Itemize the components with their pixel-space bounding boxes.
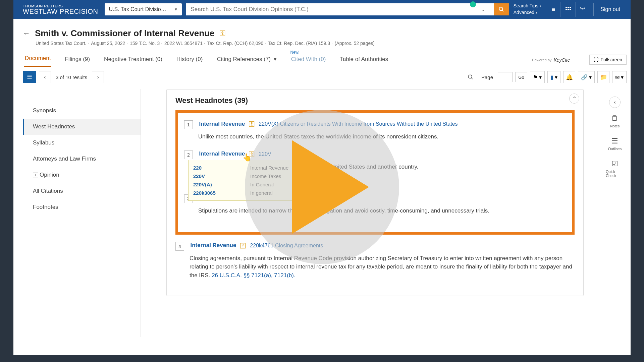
top-links: Search Tips › Advanced › [514, 3, 541, 16]
link-dropdown[interactable]: 🔗▾ [578, 71, 595, 83]
search-dropdown-caret[interactable]: ⌄ [477, 7, 489, 12]
document-tabs: Document Filings (9) Negative Treatment … [23, 55, 627, 67]
folder-icon[interactable]: 📁 [597, 71, 609, 83]
notes-icon: 🗒 [611, 114, 619, 123]
history-icon[interactable]: ≡ [546, 2, 560, 17]
meta-vol: 159 T.C. No. 3 [130, 41, 162, 46]
jurisdiction-label: U.S. Tax Court Divisio… [109, 6, 166, 12]
caret-down-icon: ▾ [621, 74, 624, 80]
advanced-link[interactable]: Advanced › [514, 9, 541, 16]
svg-point-8 [468, 75, 472, 78]
svg-point-0 [499, 7, 503, 11]
nav-syllabus[interactable]: Syllabus [23, 135, 141, 151]
nav-all-citations[interactable]: All Citations [23, 183, 141, 199]
tooltip-code[interactable]: 220V [193, 172, 250, 180]
nav-attorneys[interactable]: Attorneys and Law Firms [23, 151, 141, 167]
tab-history[interactable]: History (0) [176, 56, 203, 67]
hn-number[interactable]: 1 [184, 120, 193, 129]
tab-table-of-authorities[interactable]: Table of Authorities [339, 56, 389, 67]
nav-footnotes[interactable]: Footnotes [23, 199, 141, 215]
nav-synopsis[interactable]: Synopsis [23, 103, 141, 119]
expand-icon[interactable]: + [33, 173, 38, 178]
meta-date: August 25, 2022 [91, 41, 128, 46]
svg-rect-2 [566, 7, 567, 8]
meta-ria: Tax Ct. Rep. Dec. (RIA) 159.3 [268, 41, 333, 46]
hn-number[interactable]: 4 [175, 242, 184, 251]
back-arrow-icon[interactable]: ← [23, 29, 30, 38]
svg-line-9 [471, 78, 473, 79]
tooltip-code[interactable]: 220V(A) [193, 180, 250, 189]
apps-icon[interactable] [560, 2, 575, 17]
tab-filings[interactable]: Filings (9) [64, 56, 91, 67]
tab-cited-with[interactable]: New! Cited With (0) [290, 56, 326, 67]
top-icons: ≡ ︾ [546, 2, 590, 17]
page-input[interactable] [498, 72, 513, 82]
case-meta: United States Tax Court. August 25, 2022… [36, 41, 627, 46]
play-circle [245, 110, 399, 264]
top-bar: THOMSON REUTERS WESTLAW PRECISION U.S. T… [13, 0, 631, 19]
svg-rect-5 [566, 9, 567, 10]
search-container: ⌄ [186, 3, 494, 15]
prev-result-button[interactable]: ‹ [39, 71, 51, 83]
nav-opinion[interactable]: +Opinion [23, 167, 141, 183]
list-toggle-button[interactable]: ☰ [23, 71, 36, 83]
fullscreen-icon: ⛶ [594, 57, 598, 62]
left-nav: Synopsis West Headnotes Syllabus Attorne… [23, 89, 141, 337]
nav-west-headnotes[interactable]: West Headnotes [23, 119, 141, 135]
brand-logo: THOMSON REUTERS WESTLAW PRECISION [23, 4, 98, 15]
meta-wl: 2022 WL 3654871 [164, 41, 205, 46]
annotate-dropdown[interactable]: ▮▾ [547, 71, 560, 83]
tooltip-code[interactable]: 220 [193, 164, 250, 172]
collapse-button[interactable]: ⌃ [569, 94, 579, 104]
more-chevron-icon[interactable]: ︾ [575, 2, 590, 17]
notes-button[interactable]: 🗒Notes [606, 111, 624, 131]
search-tips-link[interactable]: Search Tips › [514, 3, 541, 9]
caret-down-icon: ▼ [174, 7, 178, 12]
hn-topic[interactable]: Internal Revenue [190, 242, 236, 249]
new-badge: New! [290, 50, 299, 55]
grammarly-icon [470, 1, 476, 7]
mail-dropdown[interactable]: ✉▾ [612, 71, 627, 83]
jurisdiction-dropdown[interactable]: U.S. Tax Court Divisio… ▼ [105, 3, 182, 15]
tooltip-code[interactable]: 220k3065 [193, 189, 250, 197]
mail-icon: ✉ [615, 74, 620, 80]
tab-citing-references[interactable]: Citing References (7) ▾ [216, 56, 277, 67]
toolbar-row: ☰ ‹ 3 of 10 results › Page Go ⚑▾ ▮▾ 🔔 🔗▾… [23, 71, 627, 83]
next-result-button[interactable]: › [92, 71, 104, 83]
headnotes-title: West Headnotes (39) [175, 96, 575, 105]
hn-topic[interactable]: Internal Revenue [199, 121, 245, 127]
tab-document[interactable]: Document [24, 55, 51, 67]
sign-out-button[interactable]: Sign out [593, 3, 627, 16]
main-panel: ← Smith v. Commissioner of Internal Reve… [13, 19, 631, 355]
bell-icon[interactable]: 🔔 [563, 71, 575, 83]
meta-pages: (Approx. 52 pages) [335, 41, 375, 46]
case-title: Smith v. Commissioner of Internal Revenu… [35, 28, 215, 39]
brand-main: WESTLAW PRECISION [23, 8, 98, 15]
outlines-button[interactable]: ☰Outlines [606, 134, 624, 154]
tab-negative-treatment[interactable]: Negative Treatment (0) [103, 56, 163, 67]
meta-court: United States Tax Court. [36, 41, 89, 46]
hn-topic[interactable]: Internal Revenue [199, 150, 245, 157]
hn-number[interactable]: 2 [184, 150, 193, 159]
play-icon [292, 140, 369, 234]
video-play-overlay[interactable] [245, 110, 399, 264]
search-in-doc-icon[interactable] [465, 71, 477, 83]
keycite-logo: KeyCite [553, 57, 570, 63]
svg-rect-7 [570, 9, 571, 10]
svg-line-1 [502, 10, 503, 11]
search-input[interactable] [191, 6, 477, 13]
case-header: ← Smith v. Commissioner of Internal Reve… [23, 28, 627, 39]
key-icon: ⚿ [219, 29, 226, 37]
caret-down-icon: ▾ [539, 74, 542, 80]
search-button[interactable] [494, 3, 509, 15]
flag-icon: ⚑ [533, 74, 538, 80]
statute-link[interactable]: 26 U.S.C.A. §§ 7121(a), 7121(b). [212, 272, 295, 279]
fullscreen-button[interactable]: ⛶ Fullscreen [589, 55, 627, 65]
flag-dropdown[interactable]: ⚑▾ [530, 71, 545, 83]
brand-top: THOMSON REUTERS [23, 4, 98, 8]
rail-collapse-button[interactable]: ‹ [609, 97, 621, 108]
quick-check-button[interactable]: ☑Quick Check [606, 157, 624, 180]
result-count: 3 of 10 results [54, 74, 89, 80]
outlines-icon: ☰ [611, 137, 618, 145]
go-button[interactable]: Go [515, 72, 527, 82]
